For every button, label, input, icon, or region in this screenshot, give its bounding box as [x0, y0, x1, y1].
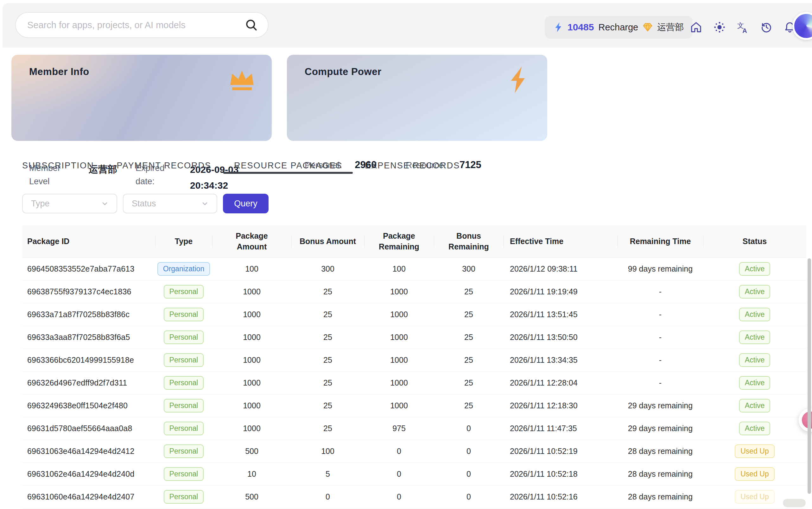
bonus-amount-cell: 25 [291, 326, 364, 348]
tab-subscription[interactable]: SUBSCRIPTION [22, 161, 94, 182]
package-remaining-cell: 0 [364, 440, 434, 463]
package-remaining-cell: 975 [364, 417, 434, 440]
filter-bar: Type Status Query [22, 194, 268, 213]
bonus-remaining-cell: 25 [434, 280, 504, 303]
package-remaining-cell: 0 [364, 463, 434, 485]
type-badge: Personal [164, 376, 204, 390]
type-badge: Organization [157, 262, 210, 276]
search-input[interactable] [16, 20, 245, 30]
status-badge: Active [739, 262, 771, 276]
search-icon[interactable] [245, 18, 258, 32]
status-badge: Active [739, 353, 771, 367]
remaining-time-cell: 99 days remaining [618, 258, 703, 280]
recharge-button[interactable]: Recharge [598, 22, 638, 33]
table-row: 6963249638e0ff1504e2f480 Personal 1000 2… [22, 395, 806, 417]
table-row: 69631063e46a14294e4d2412 Personal 500 10… [22, 440, 806, 463]
col-bonus-remaining: Bonus Remaining [434, 225, 504, 257]
translate-icon[interactable]: 文 A [736, 20, 750, 34]
package-remaining-cell: 1000 [364, 372, 434, 394]
status-badge: Used Up [735, 467, 774, 481]
package-remaining-cell: 1000 [364, 326, 434, 348]
status-select[interactable]: Status [123, 194, 217, 213]
package-remaining-cell: 1000 [364, 303, 434, 326]
status-cell: Active [703, 280, 806, 303]
remaining-time-cell: - [618, 372, 703, 394]
type-cell: Personal [155, 417, 212, 440]
status-badge: Active [739, 331, 771, 344]
type-badge: Personal [164, 331, 204, 344]
type-cell: Personal [155, 395, 212, 417]
chevron-down-icon [100, 199, 109, 208]
col-package-remaining: Package Remaining [364, 225, 434, 257]
bonus-amount-cell: 25 [291, 395, 364, 417]
tab-bar: SUBSCRIPTION PAYMENT RECORDS RESOURCE PA… [22, 161, 460, 182]
status-cell: Active [703, 349, 806, 371]
query-button[interactable]: Query [223, 194, 268, 213]
bonus-remaining-cell: 25 [434, 326, 504, 348]
table-row: 69631060e46a14294e4d2407 Personal 500 0 … [22, 485, 806, 508]
col-effective-time: Effective Time [504, 225, 618, 257]
type-cell: Personal [155, 349, 212, 371]
col-bonus-amount: Bonus Amount [291, 225, 364, 257]
package-remaining-cell: 0 [364, 485, 434, 508]
package-amount-cell: 1000 [212, 417, 291, 440]
status-cell: Active [703, 417, 806, 440]
package-id-cell: 69633a71a87f70258b83f86c [22, 303, 155, 326]
avatar[interactable] [792, 12, 812, 40]
remaining-time-cell: 29 days remaining [618, 417, 703, 440]
package-id-cell: 6963366bc62014999155918e [22, 349, 155, 371]
bonus-remaining-cell: 25 [434, 349, 504, 371]
tab-expense-records[interactable]: EXPENSE RECORDS [365, 161, 460, 182]
remaining-time-cell: - [618, 349, 703, 371]
type-cell: Personal [155, 303, 212, 326]
package-id-cell: 69631063e46a14294e4d2412 [22, 440, 155, 463]
tab-payment-records[interactable]: PAYMENT RECORDS [117, 161, 212, 182]
status-badge: Active [739, 285, 771, 299]
effective-time-cell: 2026/1/11 12:28:04 [504, 372, 618, 394]
bonus-remaining-cell: 0 [434, 485, 504, 508]
col-package-id: Package ID [22, 225, 155, 257]
remaining-time-cell: 28 days remaining [618, 440, 703, 463]
package-amount-cell: 1000 [212, 326, 291, 348]
brightness-icon[interactable] [713, 20, 726, 34]
type-badge: Personal [164, 399, 204, 413]
search-bar[interactable] [15, 12, 268, 38]
table-row: 69633a3aa87f70258b83f6a5 Personal 1000 2… [22, 326, 806, 349]
effective-time-cell: 2026/1/11 10:52:19 [504, 440, 618, 463]
bonus-remaining-cell: 25 [434, 372, 504, 394]
horizontal-scrollbar-thumb[interactable] [783, 499, 806, 507]
table-row: 696326d4967edff9d2f7d311 Personal 1000 2… [22, 372, 806, 395]
package-amount-cell: 500 [212, 440, 291, 463]
package-id-cell: 69631d5780aef55664aaa0a8 [22, 417, 155, 440]
package-remaining-cell: 1000 [364, 395, 434, 417]
package-id-cell: 6963249638e0ff1504e2f480 [22, 395, 155, 417]
credit-count: 10485 [567, 22, 594, 33]
status-badge: Active [739, 421, 771, 436]
status-badge: Used Up [735, 444, 774, 459]
recharge-pill[interactable]: 10485 Recharge 运营部 [545, 16, 692, 39]
bonus-amount-cell: 300 [291, 258, 364, 280]
remaining-time-cell: 28 days remaining [618, 485, 703, 508]
type-badge: Personal [164, 490, 204, 504]
table-row: 6963366bc62014999155918e Personal 1000 2… [22, 349, 806, 372]
type-select-placeholder: Type [31, 199, 50, 209]
home-icon[interactable] [689, 20, 703, 34]
vertical-scrollbar-thumb[interactable] [808, 258, 811, 494]
bonus-remaining-cell: 0 [434, 463, 504, 485]
package-remaining-cell: 1000 [364, 349, 434, 371]
table-row: 69638755f9379137c4ec1836 Personal 1000 2… [22, 280, 806, 303]
member-card-title: Member Info [29, 66, 89, 77]
status-cell: Used Up [703, 440, 806, 463]
package-amount-cell: 1000 [212, 395, 291, 417]
type-cell: Personal [155, 485, 212, 508]
bonus-amount-cell: 5 [291, 463, 364, 485]
effective-time-cell: 2026/1/11 12:18:30 [504, 395, 618, 417]
type-select[interactable]: Type [22, 194, 117, 213]
tab-resource-packages[interactable]: RESOURCE PACKAGES [234, 161, 342, 182]
flash-icon [554, 22, 563, 33]
effective-time-cell: 2026/1/11 13:50:50 [504, 326, 618, 348]
package-amount-cell: 100 [212, 258, 291, 280]
effective-time-cell: 2026/1/12 09:38:11 [504, 258, 618, 280]
history-icon[interactable] [759, 20, 773, 34]
crown-icon [227, 67, 257, 92]
